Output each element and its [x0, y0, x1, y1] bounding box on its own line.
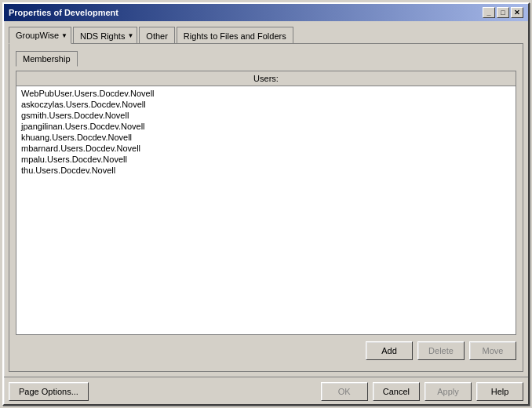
tab-nds-rights-label: NDS Rights [80, 31, 125, 41]
page-options-button[interactable]: Page Options... [9, 382, 89, 401]
tab-other[interactable]: Other [139, 27, 175, 44]
users-header: Users: [16, 71, 516, 86]
title-bar: Properties of Development _ □ ✕ [4, 4, 528, 21]
list-item[interactable]: gsmith.Users.Docdev.Novell [20, 110, 512, 121]
title-bar-controls: _ □ ✕ [483, 7, 523, 18]
tab-other-label: Other [146, 31, 168, 41]
help-button[interactable]: Help [476, 382, 523, 401]
add-button[interactable]: Add [366, 341, 413, 360]
move-button[interactable]: Move [469, 341, 516, 360]
tab-rights-files-folders[interactable]: Rights to Files and Folders [177, 27, 293, 44]
tab-panel: Membership Users: WebPubUser.Users.Docde… [9, 43, 523, 372]
list-item[interactable]: jpangilinan.Users.Docdev.Novell [20, 121, 512, 132]
main-window: Properties of Development _ □ ✕ GroupWis… [2, 2, 530, 406]
tab-groupwise[interactable]: GroupWise ▼ [9, 27, 71, 44]
tab-rights-files-folders-label: Rights to Files and Folders [184, 31, 286, 41]
tab-nds-rights[interactable]: NDS Rights ▼ [73, 27, 137, 44]
list-item[interactable]: askoczylas.Users.Docdev.Novell [20, 99, 512, 110]
delete-button[interactable]: Delete [417, 341, 465, 360]
list-item[interactable]: mbarnard.Users.Docdev.Novell [20, 143, 512, 154]
window-title: Properties of Development [9, 8, 118, 17]
tab-groupwise-label: GroupWise [16, 31, 59, 40]
list-item[interactable]: khuang.Users.Docdev.Novell [20, 132, 512, 143]
list-item[interactable]: WebPubUser.Users.Docdev.Novell [20, 88, 512, 99]
subtab-row: Membership [16, 50, 516, 66]
cancel-button[interactable]: Cancel [373, 382, 420, 401]
list-item[interactable]: mpalu.Users.Docdev.Novell [20, 154, 512, 165]
users-header-label: Users: [253, 74, 279, 83]
list-item[interactable]: thu.Users.Docdev.Novell [20, 165, 512, 176]
tab-groupwise-arrow: ▼ [61, 32, 67, 39]
bottom-right-buttons: OK Cancel Apply Help [321, 382, 523, 401]
users-panel: Users: WebPubUser.Users.Docdev.Novell as… [16, 71, 516, 335]
action-buttons: Add Delete Move [16, 341, 516, 360]
subtab-membership-label: Membership [23, 54, 71, 64]
users-list[interactable]: WebPubUser.Users.Docdev.Novell askoczyla… [16, 86, 516, 334]
close-button[interactable]: ✕ [511, 7, 523, 18]
apply-button[interactable]: Apply [425, 382, 472, 401]
minimize-button[interactable]: _ [483, 7, 495, 18]
window-content: GroupWise ▼ NDS Rights ▼ Other Rights to… [4, 21, 528, 377]
bottom-bar: Page Options... OK Cancel Apply Help [4, 377, 528, 404]
tab-bar: GroupWise ▼ NDS Rights ▼ Other Rights to… [9, 26, 523, 43]
maximize-button[interactable]: □ [497, 7, 509, 18]
ok-button[interactable]: OK [321, 382, 368, 401]
tab-nds-rights-arrow: ▼ [127, 32, 133, 39]
subtab-membership[interactable]: Membership [16, 51, 78, 67]
